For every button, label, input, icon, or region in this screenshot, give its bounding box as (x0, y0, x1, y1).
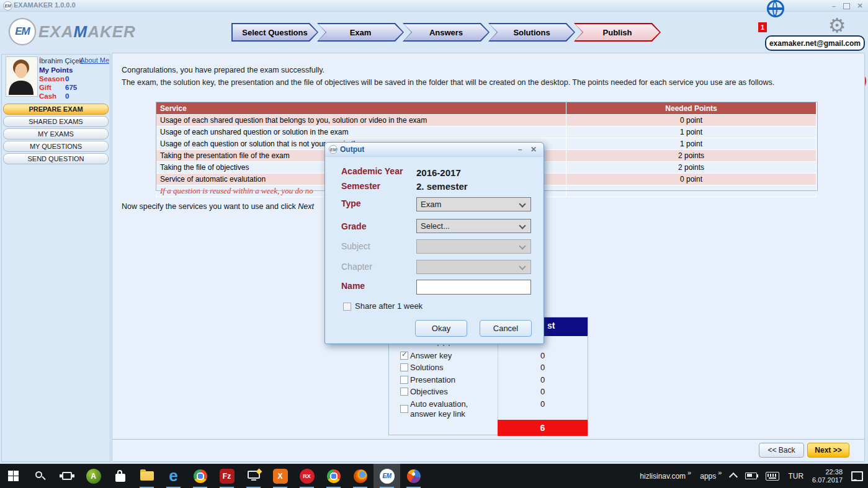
service-label: Answer key (410, 351, 452, 361)
solutions-checkbox[interactable] (400, 363, 408, 371)
step-label: Select Questions (231, 23, 318, 42)
edge-icon[interactable]: e (160, 464, 187, 488)
examaker-taskbar-icon[interactable]: EM (374, 464, 400, 488)
sidebar-item-prepare-exam[interactable]: PREPARE EXAM (3, 104, 109, 115)
stat-season: Season0 (39, 75, 69, 82)
ms-store-icon[interactable] (107, 464, 133, 488)
restore-button[interactable] (841, 2, 851, 10)
stat-value: 675 (65, 84, 77, 91)
minimize-button[interactable]: – (829, 2, 839, 10)
gear-icon[interactable]: ⚙ (826, 15, 848, 36)
step-solutions[interactable]: Solutions (488, 23, 575, 42)
brand-badge-text: EM (15, 25, 30, 38)
sidebar-item-my-questions[interactable]: MY QUESTIONS (3, 141, 109, 152)
service-cost: 0 (498, 351, 588, 360)
overflow-chevrons-icon: » (718, 469, 722, 476)
okay-button[interactable]: Okay (415, 320, 467, 337)
cell-points: 0 point (566, 115, 817, 126)
task-view-icon[interactable] (53, 464, 80, 488)
action-center-icon[interactable] (851, 471, 863, 481)
auto-evaluation-checkbox[interactable] (400, 405, 408, 413)
step-exam[interactable]: Exam (317, 23, 404, 42)
sidebar-item-label: MY QUESTIONS (30, 143, 82, 150)
service-label: Solutions (410, 363, 443, 373)
xampp-icon[interactable]: X (267, 464, 293, 488)
cancel-button-label: Cancel (493, 324, 518, 333)
taskbar: AeFzXRXEM hizlisinav.com» apps» TUR 22:3… (0, 464, 868, 488)
my-points-title: My Points (39, 66, 73, 74)
sidebar-item-send-question[interactable]: SEND QUESTION (3, 153, 109, 164)
service-row-objectives: Objectives 0 (389, 386, 589, 398)
stat-value: 0 (65, 75, 69, 82)
cell-points: 2 points (566, 162, 817, 174)
tray-expand-button[interactable] (730, 472, 736, 480)
sidebar-item-label: MY EXAMS (38, 130, 74, 138)
start-button[interactable] (0, 464, 27, 488)
dialog-close-button[interactable]: ✕ (529, 144, 539, 154)
total-cost-value: 6 (540, 423, 545, 433)
service-label: Presentation (410, 375, 455, 385)
stat-cash: Cash0 (39, 92, 69, 100)
table-row: Usage of each unshared question or solut… (156, 126, 817, 138)
service-cost: 0 (498, 363, 588, 372)
cell-service: Usage of each shared question that belon… (156, 115, 566, 126)
chrome-canary-icon[interactable] (187, 464, 213, 488)
battery-icon[interactable] (745, 472, 757, 479)
search-icon[interactable] (27, 464, 53, 488)
step-answers[interactable]: Answers (403, 23, 490, 42)
back-button[interactable]: << Back (759, 443, 804, 458)
table-header-row: Service Needed Points (156, 102, 817, 115)
rx-icon[interactable]: RX (293, 464, 320, 488)
globe-icon[interactable] (767, 0, 784, 17)
chevron-down-icon (519, 222, 526, 229)
col-header-needed-points: Needed Points (566, 102, 817, 115)
tray-site-label[interactable]: hizlisinav.com» (640, 472, 691, 481)
clock[interactable]: 22:386.07.2017 (812, 468, 843, 484)
col-header-service: Service (156, 102, 566, 115)
stat-value: 0 (65, 92, 69, 100)
instruction-text: Now specify the services you want to use… (122, 202, 314, 211)
presentation-checkbox[interactable] (400, 376, 408, 384)
next-button[interactable]: Next >> (807, 443, 849, 458)
close-button[interactable]: ✕ (855, 2, 865, 10)
taskbar-apps: AeFzXRXEM (0, 464, 427, 488)
service-row-auto-evaluation: Auto evaluation, answer key link 0 (389, 399, 589, 421)
android-studio-icon[interactable]: A (80, 464, 107, 488)
cancel-button[interactable]: Cancel (480, 320, 532, 337)
chapter-label: Chapter (341, 262, 372, 272)
share-after-week-checkbox[interactable] (343, 303, 351, 311)
stat-label: Cash (39, 92, 65, 100)
service-label: Objectives (410, 387, 448, 397)
keyboard-icon[interactable] (766, 472, 779, 481)
remote-desktop-icon[interactable] (240, 464, 267, 488)
graphics-app-icon[interactable] (400, 464, 427, 488)
notification-count: 1 (761, 24, 764, 31)
share-after-week-label: Share after 1 week (355, 301, 423, 311)
filezilla-icon[interactable]: Fz (213, 464, 240, 488)
objectives-checkbox[interactable] (400, 388, 408, 396)
step-label: Solutions (488, 23, 575, 42)
step-label: Publish (574, 23, 661, 42)
firefox-icon[interactable] (347, 464, 374, 488)
sidebar-item-shared-exams[interactable]: SHARED EXAMS (3, 116, 109, 127)
brand-word-mid: M (73, 22, 87, 41)
overflow-chevrons-icon: » (687, 469, 691, 476)
step-publish[interactable]: Publish (574, 23, 661, 42)
answer-key-checkbox[interactable] (400, 352, 408, 360)
tray-apps-label[interactable]: apps» (700, 472, 722, 481)
clock-time: 22:38 (812, 468, 843, 476)
sidebar-item-my-exams[interactable]: MY EXAMS (3, 128, 109, 140)
dialog-minimize-button[interactable]: – (515, 144, 525, 154)
name-input[interactable] (416, 280, 531, 295)
type-select[interactable]: Exam (416, 197, 531, 211)
chrome-icon[interactable] (320, 464, 347, 488)
subject-select-disabled (416, 239, 531, 254)
language-indicator[interactable]: TUR (788, 472, 803, 481)
subject-label: Subject (341, 241, 370, 251)
grade-select[interactable]: Select... (416, 219, 531, 233)
file-explorer-icon[interactable] (133, 464, 160, 488)
system-tray: hizlisinav.com» apps» TUR 22:386.07.2017 (631, 464, 863, 488)
about-me-link[interactable]: About Me (80, 56, 109, 64)
tray-apps-text: apps (700, 472, 716, 481)
step-select-questions[interactable]: Select Questions (231, 23, 318, 42)
